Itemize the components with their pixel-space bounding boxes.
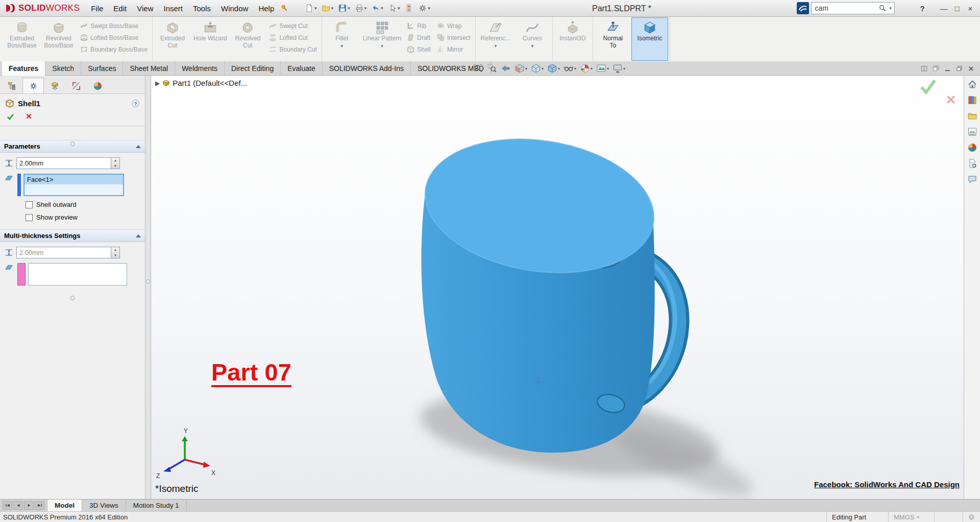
ribbon-boundary-cut-button[interactable]: Boundary Cut — [269, 45, 316, 53]
confirmation-cancel-icon[interactable] — [945, 94, 957, 105]
menu-tools[interactable]: Tools — [188, 0, 216, 16]
ribbon-extruded-boss-button[interactable]: ExtrudedBoss/Base — [4, 17, 40, 61]
ok-button[interactable] — [6, 112, 15, 121]
ribbon-lofted-cut-button[interactable]: Lofted Cut — [269, 34, 316, 41]
minimize-icon[interactable] — [944, 65, 951, 73]
ribbon-mirror-button[interactable]: Mirror — [437, 45, 471, 53]
mug-3d-model[interactable] — [151, 76, 964, 499]
doc-tab-3d-views[interactable]: 3D Views — [82, 500, 126, 511]
ribbon-fillet-button[interactable]: Fillet▾ — [324, 17, 360, 61]
ribbon-rib-button[interactable]: Rib — [407, 22, 431, 30]
undo-button[interactable]: ▾ — [369, 2, 385, 14]
tab-solidworks-add-ins[interactable]: SOLIDWORKS Add-Ins — [323, 61, 411, 76]
zoom-area-button[interactable] — [486, 63, 498, 74]
search-dropdown-icon[interactable]: ▾ — [888, 6, 894, 11]
menu-view[interactable]: View — [132, 0, 158, 16]
menu-window[interactable]: Window — [216, 0, 253, 16]
feature-tree-flyout[interactable]: ▶ Part1 (Default<<Def... — [155, 79, 247, 87]
pin-menu-icon[interactable] — [280, 4, 288, 12]
tab-evaluate[interactable]: Evaluate — [281, 61, 322, 76]
options-gear-button[interactable]: ▾ — [416, 2, 432, 14]
multi-thickness-spinner[interactable]: ▲▼ — [111, 247, 120, 258]
section-view-button[interactable]: ▾ — [513, 63, 528, 74]
dropdown-arrow-icon[interactable]: ▾ — [341, 43, 344, 49]
taskpane-design-library-button[interactable] — [966, 94, 978, 106]
ribbon-wrap-button[interactable]: Wrap — [437, 22, 471, 30]
tab-scroll-first-button[interactable] — [3, 501, 12, 510]
shell-outward-row[interactable]: Shell outward — [26, 201, 141, 208]
new-doc-button[interactable]: ▾ — [303, 2, 319, 14]
taskpane-forum-button[interactable] — [966, 174, 978, 185]
display-style-button[interactable]: ▾ — [546, 63, 561, 74]
taskpane-home-button[interactable] — [966, 79, 978, 90]
dropdown-arrow-icon[interactable]: ▾ — [495, 43, 497, 49]
dropdown-arrow-icon[interactable]: ▾ — [381, 43, 383, 49]
tab-scroll-next-button[interactable] — [24, 501, 34, 510]
panel-grip-dot[interactable] — [70, 296, 75, 300]
cascade-icon[interactable] — [932, 65, 940, 73]
ribbon-swept-boss-button[interactable]: Swept Boss/Base — [80, 22, 148, 30]
status-units-selector[interactable]: MMGS▾ — [888, 512, 934, 522]
ribbon-shell-button[interactable]: Shell — [407, 45, 431, 53]
doc-tab-motion-study-1[interactable]: Motion Study 1 — [126, 500, 187, 511]
panel-tab-propertymanager[interactable] — [22, 78, 44, 93]
previous-view-button[interactable] — [500, 63, 512, 74]
restore-icon[interactable] — [955, 65, 963, 73]
tab-scroll-prev-button[interactable] — [13, 501, 23, 510]
help-button[interactable]: ? — [916, 3, 929, 15]
hide-show-items-button[interactable]: ▾ — [562, 63, 577, 74]
menu-edit[interactable]: Edit — [108, 0, 132, 16]
ribbon-extruded-cut-button[interactable]: ExtrudedCut — [154, 17, 191, 61]
tab-features[interactable]: Features — [2, 61, 45, 76]
ribbon-revolved-boss-button[interactable]: RevolvedBoss/Base — [40, 17, 77, 61]
open-folder-button[interactable]: ▾ — [320, 2, 336, 14]
search-input[interactable] — [812, 4, 877, 12]
menu-help[interactable]: Help — [253, 0, 279, 16]
tab-weldments[interactable]: Weldments — [175, 61, 225, 76]
ribbon-normal-to-button[interactable]: NormalTo — [595, 17, 631, 61]
panel-grip-dot[interactable] — [70, 141, 75, 146]
ribbon-hole-wizard-button[interactable]: Hole Wizard — [191, 17, 229, 61]
maximize-button[interactable]: □ — [950, 3, 964, 15]
panel-splitter[interactable] — [145, 76, 151, 499]
taskpane-file-explorer-button[interactable] — [966, 110, 978, 122]
minimize-button[interactable]: — — [937, 3, 950, 15]
taskpane-view-palette-button[interactable] — [966, 126, 978, 137]
panel-tab-dimxpertmanager[interactable] — [65, 78, 87, 93]
shell-outward-checkbox[interactable] — [26, 201, 33, 208]
shell-thickness-input[interactable] — [16, 157, 111, 169]
cancel-button[interactable] — [25, 112, 33, 121]
zoom-fit-button[interactable] — [472, 63, 484, 74]
multi-thickness-input[interactable] — [16, 247, 111, 258]
dropdown-arrow-icon[interactable]: ▾ — [531, 43, 534, 49]
flyout-part-label[interactable]: Part1 (Default<<Def... — [173, 79, 247, 87]
ribbon-draft-button[interactable]: Draft — [407, 34, 431, 41]
help-icon[interactable]: ? — [131, 99, 140, 108]
view-orientation-button[interactable]: ▾ — [530, 63, 545, 74]
view-settings-button[interactable]: ▾ — [611, 63, 626, 74]
ribbon-boundary-boss-button[interactable]: Boundary Boss/Base — [80, 45, 148, 53]
ribbon-revolved-cut-button[interactable]: RevolvedCut — [229, 17, 266, 61]
selected-face-item[interactable]: Face<1> — [24, 175, 123, 184]
edit-appearance-button[interactable]: ▾ — [579, 63, 594, 74]
ribbon-linear-pattern-button[interactable]: Linear Pattern▾ — [360, 17, 404, 61]
ribbon-reference-geometry-button[interactable]: Referenc...▾ — [477, 17, 514, 61]
doc-tab-model[interactable]: Model — [47, 500, 82, 511]
close-x-icon[interactable] — [967, 65, 975, 73]
faces-to-remove-listbox[interactable]: Face<1> — [23, 174, 124, 196]
show-preview-row[interactable]: Show preview — [26, 213, 141, 221]
splitter-handle[interactable] — [146, 279, 150, 283]
close-button[interactable]: × — [964, 3, 977, 15]
tab-sheet-metal[interactable]: Sheet Metal — [123, 61, 175, 76]
show-preview-checkbox[interactable] — [26, 214, 33, 221]
expand-arrow-icon[interactable]: ▶ — [155, 80, 160, 87]
thickness-spinner[interactable]: ▲▼ — [111, 157, 120, 169]
panel-tab-displaymanager[interactable] — [87, 78, 108, 93]
search-icon[interactable] — [877, 4, 888, 12]
print-button[interactable]: ▾ — [353, 2, 369, 14]
ribbon-instant3d-button[interactable]: Instant3D — [554, 17, 591, 61]
multi-thickness-section-header[interactable]: Multi-thickness Settings — [0, 229, 145, 242]
menu-insert[interactable]: Insert — [158, 0, 188, 16]
tab-scroll-last-button[interactable] — [35, 501, 44, 510]
tab-sketch[interactable]: Sketch — [45, 61, 81, 76]
